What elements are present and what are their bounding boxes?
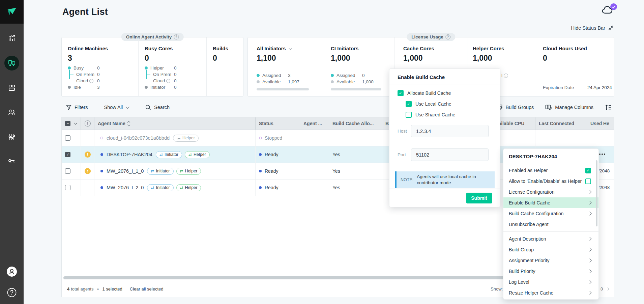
agents-icon (8, 59, 16, 67)
chevron-right-icon (588, 248, 591, 251)
online-machines-stat: Online Machines 3 Busy 0 On Prem 0 Cloud… (62, 37, 139, 96)
allocate-build-cache-label: Allocate Build Cache (407, 90, 451, 96)
menu-item-enabled-as-helper[interactable]: Enabled as Helper ✓ (503, 165, 598, 176)
stat-row-busy: Busy 0 (68, 65, 138, 71)
menu-item-unsubscribe-agent[interactable]: Unsubscribe Agent (503, 219, 598, 230)
divider (389, 84, 500, 84)
build-cache-cell: Yes (329, 163, 382, 179)
row-checkbox[interactable] (65, 168, 70, 174)
collapse-icon (608, 25, 614, 31)
menu-item-build-cache-configuration[interactable]: Build Cache Configuration (503, 208, 598, 219)
per-page-partial-value: 0 (601, 286, 603, 292)
column-header-status[interactable]: Status (255, 117, 300, 130)
select-menu-chevron-icon[interactable] (74, 121, 78, 125)
sidebar-item-builds[interactable] (4, 80, 19, 95)
use-local-cache-row: ✓ Use Local Cache (389, 101, 500, 107)
stat-row-cloud: Cloud 0 (76, 78, 138, 84)
row-height-icon (605, 104, 612, 111)
menu-item-build-priority[interactable]: Build Priority (503, 266, 598, 277)
menu-item-assignment-priority[interactable]: Assignment Priority (503, 255, 598, 266)
menu-item-enable-build-cache[interactable]: Enable Build Cache (503, 197, 598, 208)
column-header-agent-name[interactable]: Agent Name (94, 117, 255, 130)
port-field-row: Port (389, 148, 500, 161)
chevron-right-icon (588, 280, 591, 284)
table-toolbar: Filters Show All Search Build Groups (61, 101, 614, 113)
row-height-button[interactable] (605, 104, 612, 111)
app-logo[interactable] (0, 0, 24, 24)
allocate-build-cache-checkbox[interactable]: ✓ (398, 90, 404, 96)
stat-row-on-prem: On Prem 0 (153, 71, 206, 78)
submit-button[interactable]: Submit (466, 193, 492, 203)
cloud-icon: ☁ (177, 136, 181, 140)
chevron-down-icon (126, 105, 129, 109)
build-cache-cell: Yes (329, 146, 382, 163)
host-input[interactable] (411, 125, 489, 137)
user-avatar[interactable] (4, 264, 19, 279)
chevron-right-icon (588, 190, 591, 194)
row-checkbox[interactable] (65, 135, 70, 141)
build-groups-button[interactable]: Build Groups (496, 104, 534, 111)
menu-item-resize-helper-cache[interactable]: Resize Helper Cache (503, 287, 598, 298)
cloud-hours-value: 0 (543, 54, 614, 63)
use-shared-cache-checkbox[interactable] (406, 112, 412, 118)
initiator-arrows-icon: ⇄ (151, 169, 154, 173)
busy-cores-value: 0 (145, 54, 206, 63)
use-local-cache-label: Use Local Cache (415, 101, 451, 107)
sidebar-item-license[interactable] (4, 154, 19, 169)
host-field-row: Host (389, 125, 500, 137)
table-header: – ! Agent Name Status Agent ... Build Ca… (62, 117, 614, 130)
hide-status-bar-button[interactable]: Hide Status Bar (560, 25, 614, 31)
port-input[interactable] (411, 148, 489, 161)
note-text: Agents will use local cache in contribut… (417, 174, 491, 186)
note-label: NOTE: (401, 177, 413, 182)
column-header-agent[interactable]: Agent ... (300, 117, 329, 130)
menu-item-allow-enable-disable-helper[interactable]: Allow to 'Enable/Disable' as Helper (503, 176, 598, 187)
search-button[interactable]: Search (145, 105, 170, 110)
chevron-right-icon (588, 201, 591, 204)
allow-enable-disable-checkbox[interactable] (585, 178, 591, 184)
column-header-build-cache-allocation[interactable]: Build Cache Allo... (329, 117, 382, 130)
total-agents-count: 4 (67, 286, 69, 292)
users-icon (8, 108, 16, 116)
row-checkbox[interactable] (65, 185, 70, 190)
menu-item-agent-description[interactable]: Agent Description (503, 233, 598, 244)
sidebar-item-agents[interactable] (4, 56, 19, 71)
help-icon (7, 287, 17, 298)
menu-item-log-level[interactable]: Log Level (503, 277, 598, 287)
port-label: Port (398, 152, 411, 157)
build-cache-cell: Yes (329, 179, 382, 196)
row-actions-menu-icon[interactable] (599, 154, 605, 155)
clear-all-selected-link[interactable]: Clear all selected (130, 286, 164, 292)
cloud-helper-badge: ☁ Helper (173, 135, 199, 142)
table-row[interactable]: cloud_i-04b92c073e1a8bbdd ☁ Helper Stopp… (62, 130, 614, 146)
online-machines-value: 3 (68, 54, 138, 63)
column-header-last-connected[interactable]: Last Connected (535, 117, 587, 130)
filters-button[interactable]: Filters (66, 105, 88, 110)
warning-icon: ! (85, 151, 91, 158)
manage-columns-button[interactable]: Manage Columns (545, 104, 593, 110)
sort-icon[interactable] (128, 121, 130, 126)
next-page-icon[interactable] (606, 287, 610, 291)
sidebar-item-users[interactable] (4, 105, 19, 120)
use-local-cache-checkbox[interactable]: ✓ (406, 101, 412, 107)
row-checkbox[interactable]: ✓ (65, 152, 70, 157)
agent-status-dot (100, 186, 103, 189)
show-all-dropdown[interactable]: Show All (104, 105, 128, 110)
cloud-status-button[interactable] (602, 4, 617, 18)
teal-dot (145, 66, 148, 70)
sidebar-item-settings[interactable] (4, 130, 19, 144)
sidebar-item-dashboard[interactable] (4, 31, 19, 46)
ci-initiators-value: 1,000 (331, 54, 394, 63)
agent-status-dot (100, 137, 103, 139)
context-menu-scrollbar[interactable] (596, 160, 597, 226)
help-button[interactable] (4, 285, 19, 300)
column-header-used-helpers[interactable]: Used He (587, 117, 614, 130)
menu-item-build-group[interactable]: Build Group (503, 244, 598, 255)
manage-columns-label: Manage Columns (555, 105, 593, 110)
select-all-checkbox[interactable]: – (65, 121, 70, 126)
menu-item-license-configuration[interactable]: License Configuration (503, 187, 598, 197)
online-agent-activity-card: Online Agent Activity ? Online Machines … (61, 37, 243, 96)
enabled-as-helper-checkbox[interactable]: ✓ (585, 168, 591, 173)
helper-badge: ⇄ Helper (176, 184, 201, 191)
chevron-down-icon[interactable] (288, 46, 292, 50)
